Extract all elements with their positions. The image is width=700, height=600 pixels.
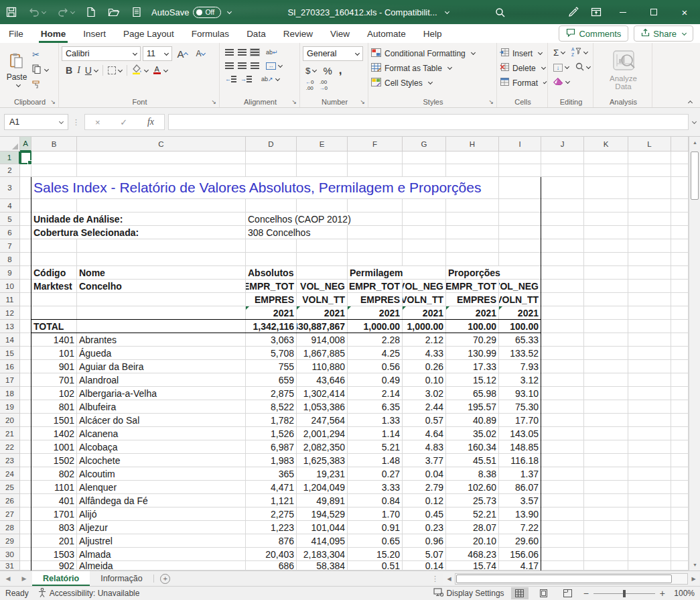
cell-K21[interactable] <box>584 427 628 440</box>
cell-C25[interactable]: Alenquer <box>77 481 246 494</box>
cut-button[interactable]: ✂ <box>31 48 51 61</box>
cell-G30[interactable]: 5.07 <box>403 548 446 561</box>
cell-partial13[interactable] <box>671 320 689 333</box>
cell-J31[interactable] <box>541 561 584 571</box>
cell-G18[interactable]: 3.02 <box>403 387 446 400</box>
cell-D6[interactable]: 308 Concelhos <box>246 226 297 239</box>
cell-partial15[interactable] <box>671 347 689 360</box>
row-header-15[interactable]: 15 <box>0 347 20 360</box>
cell-E8[interactable] <box>297 253 348 266</box>
cell-F25[interactable]: 3.33 <box>348 481 403 494</box>
cell-H11[interactable]: EMPRES <box>446 293 499 306</box>
cell-G12[interactable]: 2021 <box>403 306 446 320</box>
cell-G28[interactable]: 0.23 <box>403 521 446 534</box>
cell-H20[interactable]: 40.89 <box>446 414 499 427</box>
cell-G25[interactable]: 2.79 <box>403 481 446 494</box>
vertical-scrollbar[interactable]: ▲ ▼ <box>689 137 700 571</box>
cell-H5[interactable] <box>446 213 499 226</box>
cell-A13[interactable] <box>20 320 31 333</box>
cell-J2[interactable] <box>541 164 584 177</box>
cell-K17[interactable] <box>584 373 628 387</box>
copy-button[interactable] <box>31 63 51 76</box>
alignment-dialog-launcher[interactable]: ↘ <box>291 99 297 105</box>
cell-L27[interactable] <box>628 507 671 521</box>
cell-L12[interactable] <box>628 306 671 320</box>
cell-H4[interactable] <box>446 199 499 213</box>
col-header-G[interactable]: G <box>403 137 446 152</box>
cell-K23[interactable] <box>584 454 628 467</box>
cell-H13[interactable]: 100.00 <box>446 320 499 333</box>
row-header-10[interactable]: 10 <box>0 280 20 293</box>
cell-F22[interactable]: 5.21 <box>348 440 403 454</box>
cell-E13[interactable]: 430,887,867 <box>297 320 348 333</box>
cell-B1[interactable] <box>31 152 77 164</box>
cell-B2[interactable] <box>31 164 77 177</box>
cell-G6[interactable] <box>403 226 446 239</box>
cell-D15[interactable]: 5,708 <box>246 347 297 360</box>
cell-C9[interactable]: Nome <box>77 266 246 280</box>
cell-G15[interactable]: 4.33 <box>403 347 446 360</box>
cell-partial29[interactable] <box>671 534 689 548</box>
cell-L21[interactable] <box>628 427 671 440</box>
fill-button[interactable]: ↓ <box>553 64 569 72</box>
sheet-nav-right-icon[interactable]: ▶ <box>16 571 32 586</box>
col-header-F[interactable]: F <box>348 137 403 152</box>
cell-G19[interactable]: 2.44 <box>403 400 446 414</box>
cell-H12[interactable]: 2021 <box>446 306 499 320</box>
cell-A26[interactable] <box>20 494 31 507</box>
cell-I13[interactable]: 100.00 <box>499 320 541 333</box>
cell-partial5[interactable] <box>671 213 689 226</box>
cell-E21[interactable]: 2,001,294 <box>297 427 348 440</box>
cell-H7[interactable] <box>446 239 499 253</box>
row-header-30[interactable]: 30 <box>0 548 20 561</box>
new-file-button[interactable] <box>80 0 102 24</box>
cell-C8[interactable] <box>77 253 246 266</box>
cell-H6[interactable] <box>446 226 499 239</box>
cell-G31[interactable]: 0.14 <box>403 561 446 571</box>
font-size-select[interactable]: 11 <box>143 46 172 61</box>
bottom-align-button[interactable] <box>251 49 259 56</box>
font-color-button[interactable]: A <box>153 64 167 76</box>
cell-C1[interactable] <box>77 152 246 164</box>
cell-A10[interactable] <box>20 280 31 293</box>
cell-partial30[interactable] <box>671 548 689 561</box>
cell-C18[interactable]: Albergaria-a-Velha <box>77 387 246 400</box>
cell-J3[interactable] <box>541 177 584 199</box>
cell-B29[interactable]: 201 <box>31 534 77 548</box>
row-header-4[interactable]: 4 <box>0 199 20 213</box>
cell-K22[interactable] <box>584 440 628 454</box>
cell-D12[interactable]: 2021 <box>246 306 297 320</box>
accessibility-status[interactable]: Accessibility: Unavailable <box>38 588 140 599</box>
cell-G13[interactable]: 1,000.00 <box>403 320 446 333</box>
cell-H2[interactable] <box>446 164 499 177</box>
cell-I14[interactable]: 65.33 <box>499 333 541 347</box>
page-break-view-button[interactable] <box>559 587 577 599</box>
zoom-in-button[interactable]: + <box>660 588 665 599</box>
align-center-button[interactable] <box>238 62 247 69</box>
cell-D4[interactable] <box>246 199 297 213</box>
cell-I28[interactable]: 7.22 <box>499 521 541 534</box>
cell-E4[interactable] <box>297 199 348 213</box>
cell-J12[interactable] <box>541 306 584 320</box>
cell-I20[interactable]: 17.70 <box>499 414 541 427</box>
cell-partial2[interactable] <box>671 164 689 177</box>
cell-B22[interactable]: 1001 <box>31 440 77 454</box>
cell-H26[interactable]: 25.73 <box>446 494 499 507</box>
tab-page-layout[interactable]: Page Layout <box>115 24 183 43</box>
cell-J16[interactable] <box>541 360 584 373</box>
cell-G27[interactable]: 0.45 <box>403 507 446 521</box>
cell-G8[interactable] <box>403 253 446 266</box>
cell-F27[interactable]: 1.70 <box>348 507 403 521</box>
cell-D11[interactable]: EMPRES <box>246 293 297 306</box>
cell-C16[interactable]: Aguiar da Beira <box>77 360 246 373</box>
comma-button[interactable]: , <box>339 64 342 77</box>
ribbon-display-options-button[interactable] <box>585 0 608 24</box>
cell-B30[interactable]: 1503 <box>31 548 77 561</box>
zoom-slider-thumb[interactable] <box>623 590 626 597</box>
cell-A23[interactable] <box>20 454 31 467</box>
tab-insert[interactable]: Insert <box>74 24 115 43</box>
row-header-2[interactable]: 2 <box>0 164 20 177</box>
cell-A5[interactable] <box>20 213 31 226</box>
cell-A16[interactable] <box>20 360 31 373</box>
cell-J18[interactable] <box>541 387 584 400</box>
